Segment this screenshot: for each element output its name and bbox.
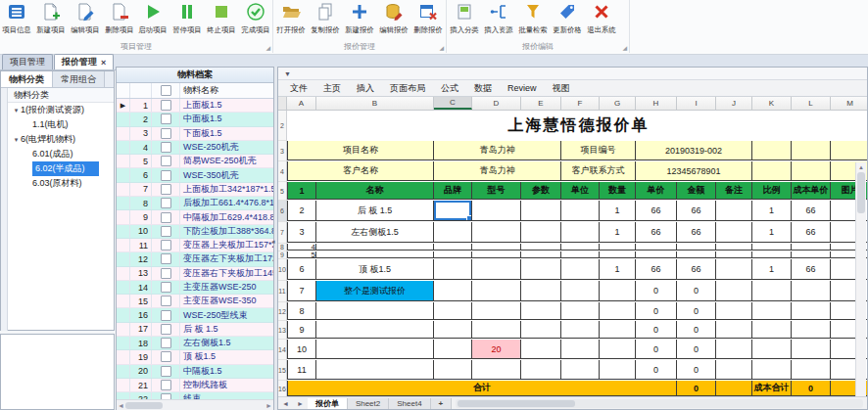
collapsed-row-cell[interactable] (716, 251, 752, 258)
grid-cell[interactable] (521, 201, 561, 221)
info-blank[interactable] (752, 161, 792, 181)
grid-cell[interactable]: 1 (752, 201, 792, 221)
row-header[interactable]: 6 (278, 201, 287, 222)
grid-cell[interactable]: 10 (287, 340, 316, 359)
table-row[interactable]: 13变压器右下夹板加工145* (117, 267, 273, 281)
tree-item[interactable]: 6.02(半成品) (8, 161, 114, 176)
table-row[interactable]: 12变压器左下夹板加工172* (117, 252, 273, 266)
collapsed-row-cell[interactable] (434, 244, 472, 251)
table-row[interactable]: 14主变压器WSE-250 (117, 281, 273, 295)
grid-cell[interactable]: 左右侧板1.5 (316, 222, 434, 243)
grid-cell[interactable] (752, 360, 792, 380)
total-label[interactable]: 合计 (287, 381, 677, 396)
add-sheet-button[interactable]: + (431, 398, 453, 409)
row-header[interactable]: 8 (278, 244, 287, 251)
grid-cell[interactable]: 顶 板1.5 (316, 259, 434, 280)
grid-cell[interactable]: 8 (287, 302, 316, 320)
menu-item[interactable]: 文件 (282, 82, 315, 95)
collapsed-row-cell[interactable] (316, 244, 434, 251)
row-checkbox[interactable] (161, 240, 171, 251)
grid-cell[interactable]: 1 (752, 222, 792, 243)
grid-cell[interactable] (521, 321, 561, 339)
grid-cell[interactable]: 1 (600, 222, 636, 243)
menu-item[interactable]: Review (500, 83, 545, 93)
doc-tab-inactive[interactable]: 项目管理 (2, 54, 53, 69)
flagged-value-cell[interactable]: 20 (472, 340, 521, 359)
highlighted-note-cell[interactable]: 整个是测试报价 (316, 281, 434, 301)
grid-cell[interactable] (561, 222, 600, 243)
scroll-left-icon[interactable]: ◄ (117, 402, 125, 409)
edit-quote-button[interactable]: 编辑报价 (376, 0, 410, 35)
row-checkbox[interactable] (161, 268, 171, 279)
grid-cell[interactable] (521, 302, 561, 320)
chevron-down-icon[interactable]: ▼ (284, 70, 291, 77)
header-cell[interactable]: 成本单价 (792, 182, 831, 200)
tree-item[interactable]: ▾6(电焊机物料) (8, 132, 114, 147)
grid-cell[interactable] (600, 281, 636, 301)
collapsed-row-cell[interactable] (600, 244, 636, 251)
column-header[interactable]: A (287, 97, 316, 110)
tree-item[interactable]: 6.03(原材料) (8, 176, 114, 191)
batch-search-button[interactable]: 批量检索 (515, 0, 550, 35)
grid-cell[interactable] (716, 201, 752, 221)
grid-cell[interactable] (792, 302, 831, 320)
table-row[interactable]: 5简易WSE-250机壳 (117, 155, 273, 168)
column-header[interactable]: L (792, 97, 831, 110)
grid-cell[interactable]: 0 (677, 281, 716, 301)
menu-item[interactable]: 公式 (433, 82, 466, 95)
column-header[interactable]: G (600, 97, 636, 110)
grid-cell[interactable] (472, 259, 521, 280)
grid-cell[interactable] (521, 281, 561, 301)
row-checkbox[interactable] (161, 156, 171, 166)
row-header[interactable]: 13 (278, 321, 287, 340)
grid-cell[interactable] (752, 302, 792, 320)
insert-resource-button[interactable]: 插入资源 (481, 0, 515, 35)
grid-cell[interactable] (521, 222, 561, 243)
grid-cell[interactable] (600, 340, 636, 359)
column-header[interactable]: I (677, 97, 716, 110)
grid-cell[interactable]: 0 (636, 281, 677, 301)
grid-cell[interactable] (716, 302, 752, 320)
row-header[interactable]: 5 (278, 182, 287, 201)
row-checkbox[interactable] (161, 310, 171, 321)
table-row[interactable]: 6WSE-350机壳 (117, 168, 273, 182)
grid-cell[interactable] (792, 281, 831, 301)
table-row[interactable]: 10下防尘板加工388*364.8 (117, 225, 273, 239)
column-header[interactable]: H (636, 97, 677, 110)
grid-cell[interactable] (600, 321, 636, 339)
row-header[interactable]: 11 (278, 281, 287, 302)
header-cell[interactable]: 金额 (677, 182, 716, 200)
grid-cell[interactable] (716, 360, 752, 380)
select-all-corner[interactable] (278, 97, 287, 110)
collapsed-row-cell[interactable] (792, 244, 831, 251)
grid-cell[interactable] (792, 360, 831, 380)
grid-cell[interactable] (716, 222, 752, 243)
collapsed-row-cell[interactable] (752, 244, 792, 251)
grid-cell[interactable] (752, 281, 792, 301)
collapsed-row-cell[interactable] (521, 251, 561, 258)
grid-cell[interactable] (434, 321, 472, 339)
sheet-quick-menu[interactable]: ▼ (278, 68, 867, 80)
table-row[interactable]: ▶1上面板1.5 (117, 99, 273, 113)
table-row[interactable]: 4WSE-250机壳 (117, 141, 273, 155)
row-header[interactable]: 14 (278, 340, 287, 360)
grid-cell[interactable]: 66 (677, 222, 716, 243)
insert-category-button[interactable]: 插入分类 (447, 0, 481, 35)
grid-cell[interactable] (316, 321, 434, 339)
grid-cell[interactable]: 9 (287, 321, 316, 339)
row-checkbox[interactable] (161, 338, 171, 348)
grid-cell[interactable] (472, 321, 521, 339)
collapsed-row-cell[interactable] (472, 251, 521, 258)
row-header[interactable]: 2 (278, 111, 287, 141)
header-cell[interactable]: 比例 (752, 182, 792, 200)
row-checkbox[interactable] (161, 380, 171, 390)
row-header[interactable]: 3 (278, 141, 287, 161)
info-label[interactable]: 客户联系方式 (561, 161, 636, 181)
grid-cell[interactable]: 66 (677, 259, 716, 280)
grid-cell[interactable] (434, 302, 472, 320)
row-checkbox[interactable] (161, 282, 171, 293)
column-header[interactable]: J (716, 97, 752, 110)
column-header[interactable]: M (831, 97, 868, 110)
copy-quote-button[interactable]: 复制报价 (308, 0, 342, 35)
grid-cell[interactable] (472, 222, 521, 243)
